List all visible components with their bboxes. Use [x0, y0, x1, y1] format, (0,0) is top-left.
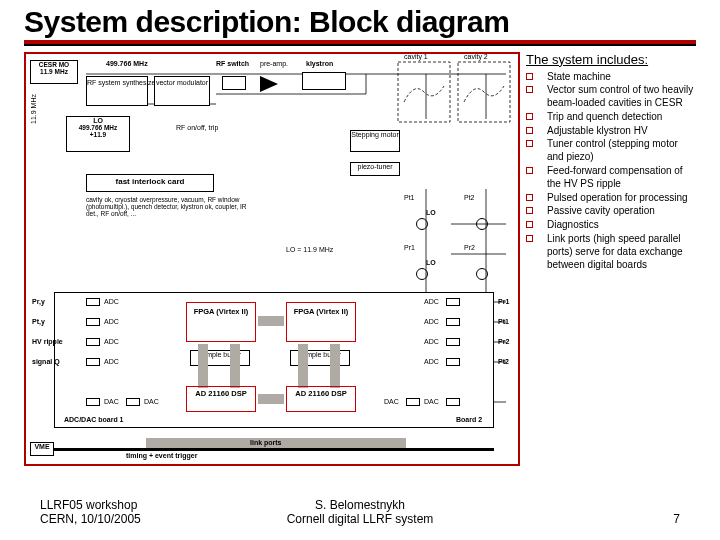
title-rule — [24, 40, 696, 46]
bullet-text: Adjustable klystron HV — [547, 125, 648, 138]
bullet-text: Trip and quench detection — [547, 111, 662, 124]
bullet-icon — [526, 127, 533, 134]
bullet-icon — [526, 140, 533, 147]
bullet-list: State machine Vector sum control of two … — [526, 71, 694, 272]
bullet-text: Pulsed operation for processing — [547, 192, 688, 205]
bullet-icon — [526, 235, 533, 242]
footer-center-1: S. Belomestnykh — [253, 498, 466, 512]
bullet-text: Diagnostics — [547, 219, 599, 232]
bullet-text: Passive cavity operation — [547, 205, 655, 218]
page-title: System description: Block diagram — [24, 6, 696, 38]
bullet-text: State machine — [547, 71, 611, 84]
bullet-icon — [526, 194, 533, 201]
bullet-icon — [526, 167, 533, 174]
bullet-icon — [526, 113, 533, 120]
page-number: 7 — [467, 512, 680, 526]
bullet-text: Tuner control (stepping motor and piezo) — [547, 138, 694, 164]
bullet-text: Vector sum control of two heavily beam-l… — [547, 84, 694, 110]
block-diagram: CESR MO 11.9 MHz 499.766 MHz RF system s… — [24, 52, 520, 466]
footer-left-1: LLRF05 workshop — [40, 498, 253, 512]
bullet-icon — [526, 86, 533, 93]
bullet-text: Feed-forward compensation of the HV PS r… — [547, 165, 694, 191]
footer-left-2: CERN, 10/10/2005 — [40, 512, 253, 526]
subheading: The system includes: — [526, 52, 694, 67]
footer: LLRF05 workshop CERN, 10/10/2005 S. Belo… — [0, 498, 720, 526]
bullet-icon — [526, 73, 533, 80]
bullet-icon — [526, 207, 533, 214]
footer-center-2: Cornell digital LLRF system — [253, 512, 466, 526]
bullet-icon — [526, 221, 533, 228]
bullet-text: Link ports (high speed parallel ports) s… — [547, 233, 694, 271]
